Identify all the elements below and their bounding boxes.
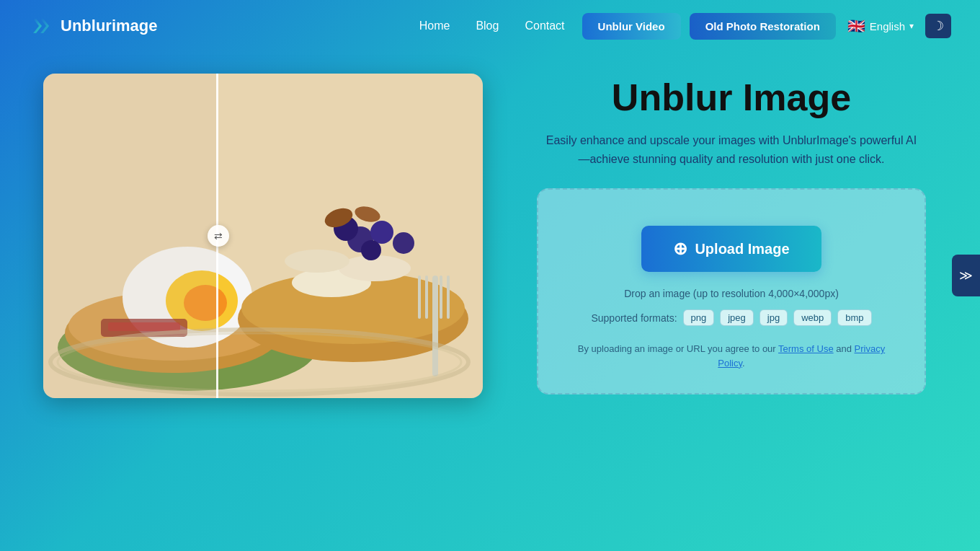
nav-item-home[interactable]: Home	[419, 19, 450, 32]
format-badge-png: png	[683, 309, 715, 326]
nav-link-home[interactable]: Home	[419, 19, 450, 32]
plus-icon: ⊕	[673, 239, 687, 259]
nav-link-contact[interactable]: Contact	[525, 19, 564, 32]
nav-item-blog[interactable]: Blog	[476, 19, 499, 32]
language-label: English	[870, 20, 905, 32]
language-selector[interactable]: 🇬🇧 English ▾	[847, 17, 914, 35]
hero-subtitle: Easily enhance and upscale your images w…	[544, 131, 919, 168]
main-content: ⇄ Unblur Image Easily enhance and upscal…	[0, 52, 980, 398]
old-photo-restoration-button[interactable]: Old Photo Restoration	[690, 13, 836, 40]
nav-item-contact[interactable]: Contact	[525, 19, 564, 32]
svg-point-17	[393, 232, 414, 254]
logo-link[interactable]: Unblurimage	[29, 13, 157, 39]
image-comparison: ⇄	[43, 74, 483, 398]
format-badge-webp: webp	[793, 309, 832, 326]
svg-point-13	[285, 250, 349, 273]
compare-handle[interactable]: ⇄	[208, 225, 229, 247]
logo-text: Unblurimage	[61, 17, 157, 35]
upload-button-label: Upload Image	[695, 241, 789, 257]
nav-links: Home Blog Contact	[419, 19, 565, 32]
formats-row: Supported formats: png jpeg jpg webp bmp	[591, 309, 871, 326]
flag-icon: 🇬🇧	[847, 17, 865, 35]
svg-point-15	[370, 221, 393, 244]
upload-box: ⊕ Upload Image Drop an image (up to reso…	[537, 188, 926, 394]
hero-title: Unblur Image	[612, 77, 851, 118]
svg-point-18	[361, 240, 381, 260]
svg-rect-25	[447, 276, 450, 319]
svg-rect-28	[43, 74, 216, 398]
terms-text: By uploading an image or URL you agree t…	[567, 342, 896, 370]
formats-label: Supported formats:	[591, 312, 677, 324]
terms-link[interactable]: Terms of Use	[778, 343, 834, 354]
nav-link-blog[interactable]: Blog	[476, 19, 499, 32]
side-arrow-button[interactable]: ≫	[952, 255, 980, 296]
chevron-down-icon: ▾	[909, 21, 914, 31]
format-badge-jpg: jpg	[760, 309, 788, 326]
dark-mode-button[interactable]: ☽	[925, 14, 951, 38]
format-badge-jpeg: jpeg	[720, 309, 754, 326]
svg-rect-23	[425, 276, 428, 319]
navbar: Unblurimage Home Blog Contact Unblur Vid…	[0, 0, 980, 52]
svg-rect-21	[432, 276, 438, 376]
logo-icon	[29, 13, 55, 39]
format-badge-bmp: bmp	[837, 309, 871, 326]
svg-rect-24	[440, 276, 442, 319]
unblur-video-button[interactable]: Unblur Video	[582, 13, 681, 40]
right-panel: Unblur Image Easily enhance and upscale …	[526, 77, 937, 394]
svg-rect-22	[418, 276, 421, 319]
food-image	[43, 74, 483, 398]
upload-image-button[interactable]: ⊕ Upload Image	[641, 226, 821, 272]
drop-text: Drop an image (up to resolution 4,000×4,…	[624, 288, 839, 299]
